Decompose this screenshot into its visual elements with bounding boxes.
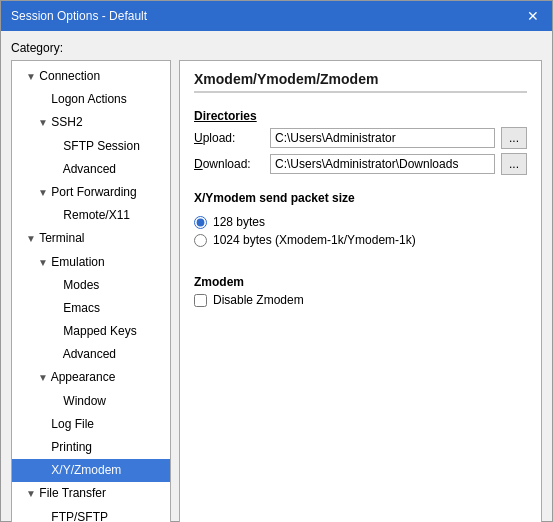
expander-icon	[50, 139, 60, 155]
close-button[interactable]: ✕	[524, 7, 542, 25]
upload-label: Upload:	[194, 131, 264, 145]
sidebar-item-label: Emacs	[63, 301, 100, 315]
zmodem-section: Zmodem Disable Zmodem	[194, 267, 527, 307]
download-label-text: Download:	[194, 157, 251, 171]
xy-send-label: X/Ymodem send packet size	[194, 191, 527, 205]
sidebar-item-label: Advanced	[63, 347, 116, 361]
disable-zmodem-label[interactable]: Disable Zmodem	[213, 293, 304, 307]
expander-icon: ▼	[26, 231, 36, 247]
sidebar-item-label: Advanced	[63, 162, 116, 176]
upload-input[interactable]	[270, 128, 495, 148]
sidebar-item-label: SSH2	[51, 115, 82, 129]
title-bar: Session Options - Default ✕	[1, 1, 552, 31]
radio-128-row: 128 bytes	[194, 215, 527, 229]
expander-icon	[38, 92, 48, 108]
sidebar-item-sftp-session[interactable]: SFTP Session	[12, 135, 170, 158]
expander-icon	[38, 440, 48, 456]
disable-zmodem-row: Disable Zmodem	[194, 293, 527, 307]
sidebar-item-label: Window	[63, 394, 106, 408]
radio-1024-label[interactable]: 1024 bytes (Xmodem-1k/Ymodem-1k)	[213, 233, 416, 247]
sidebar-item-label: SFTP Session	[63, 139, 139, 153]
sidebar-item-appearance[interactable]: ▼ Appearance	[12, 366, 170, 389]
sidebar-item-emacs[interactable]: Emacs	[12, 297, 170, 320]
upload-row: Upload: ...	[194, 127, 527, 149]
sidebar-item-ssh2[interactable]: ▼ SSH2	[12, 111, 170, 134]
radio-1024[interactable]	[194, 234, 207, 247]
download-row: Download: ...	[194, 153, 527, 175]
upload-browse-button[interactable]: ...	[501, 127, 527, 149]
radio-1024-row: 1024 bytes (Xmodem-1k/Ymodem-1k)	[194, 233, 527, 247]
sidebar-item-label: Remote/X11	[63, 208, 130, 222]
radio-128[interactable]	[194, 216, 207, 229]
expander-icon	[50, 162, 60, 178]
sidebar-item-label: Appearance	[51, 370, 116, 384]
sidebar-item-remote-x11[interactable]: Remote/X11	[12, 204, 170, 227]
sidebar-item-label: File Transfer	[39, 486, 106, 500]
sidebar-item-label: X/Y/Zmodem	[51, 463, 121, 477]
expander-icon: ▼	[38, 185, 48, 201]
expander-icon: ▼	[26, 486, 36, 502]
dialog-body: Category: ▼ Connection Logon Actions ▼ S…	[1, 31, 552, 522]
sidebar-item-label: Modes	[63, 278, 99, 292]
download-browse-button[interactable]: ...	[501, 153, 527, 175]
sidebar-item-advanced-ssh[interactable]: Advanced	[12, 158, 170, 181]
download-input[interactable]	[270, 154, 495, 174]
sidebar-item-emulation[interactable]: ▼ Emulation	[12, 251, 170, 274]
expander-icon	[50, 301, 60, 317]
sidebar-item-printing[interactable]: Printing	[12, 436, 170, 459]
upload-label-text: Upload:	[194, 131, 235, 145]
sidebar-item-label: Port Forwarding	[51, 185, 136, 199]
sidebar-item-ftp-sftp[interactable]: FTP/SFTP	[12, 506, 170, 522]
disable-zmodem-checkbox[interactable]	[194, 294, 207, 307]
sidebar-item-logon-actions[interactable]: Logon Actions	[12, 88, 170, 111]
sidebar-item-label: Log File	[51, 417, 94, 431]
sidebar-item-mapped-keys[interactable]: Mapped Keys	[12, 320, 170, 343]
sidebar-item-advanced-term[interactable]: Advanced	[12, 343, 170, 366]
right-panel: Xmodem/Ymodem/Zmodem Directories Upload:…	[179, 60, 542, 522]
expander-icon: ▼	[38, 370, 48, 386]
sidebar-item-log-file[interactable]: Log File	[12, 413, 170, 436]
sidebar-item-connection[interactable]: ▼ Connection	[12, 65, 170, 88]
zmodem-label: Zmodem	[194, 275, 527, 289]
expander-icon	[38, 510, 48, 522]
expander-icon	[50, 324, 60, 340]
dialog-title: Session Options - Default	[11, 9, 147, 23]
sidebar-item-label: Terminal	[39, 231, 84, 245]
sidebar-item-label: Mapped Keys	[63, 324, 136, 338]
sidebar-item-label: Emulation	[51, 255, 104, 269]
expander-icon: ▼	[38, 115, 48, 131]
category-label: Category:	[11, 41, 542, 55]
sidebar-item-window[interactable]: Window	[12, 390, 170, 413]
tree-panel: ▼ Connection Logon Actions ▼ SSH2 SFTP S…	[11, 60, 171, 522]
sidebar-item-label: Connection	[39, 69, 100, 83]
expander-icon	[50, 208, 60, 224]
expander-icon	[50, 347, 60, 363]
main-content: ▼ Connection Logon Actions ▼ SSH2 SFTP S…	[11, 60, 542, 522]
sidebar-item-terminal[interactable]: ▼ Terminal	[12, 227, 170, 250]
directories-section-label: Directories	[194, 109, 527, 123]
expander-icon: ▼	[38, 255, 48, 271]
sidebar-item-modes[interactable]: Modes	[12, 274, 170, 297]
sidebar-item-xy-zmodem[interactable]: X/Y/Zmodem	[12, 459, 170, 482]
sidebar-item-label: FTP/SFTP	[51, 510, 108, 522]
expander-icon	[38, 463, 48, 479]
expander-icon	[50, 394, 60, 410]
session-options-dialog: Session Options - Default ✕ Category: ▼ …	[0, 0, 553, 522]
panel-title: Xmodem/Ymodem/Zmodem	[194, 71, 527, 93]
expander-icon: ▼	[26, 69, 36, 85]
sidebar-item-file-transfer[interactable]: ▼ File Transfer	[12, 482, 170, 505]
radio-128-label[interactable]: 128 bytes	[213, 215, 265, 229]
sidebar-item-port-forwarding[interactable]: ▼ Port Forwarding	[12, 181, 170, 204]
sidebar-item-label: Printing	[51, 440, 92, 454]
expander-icon	[38, 417, 48, 433]
packet-size-group: 128 bytes 1024 bytes (Xmodem-1k/Ymodem-1…	[194, 215, 527, 251]
download-label: Download:	[194, 157, 264, 171]
expander-icon	[50, 278, 60, 294]
sidebar-item-label: Logon Actions	[51, 92, 126, 106]
